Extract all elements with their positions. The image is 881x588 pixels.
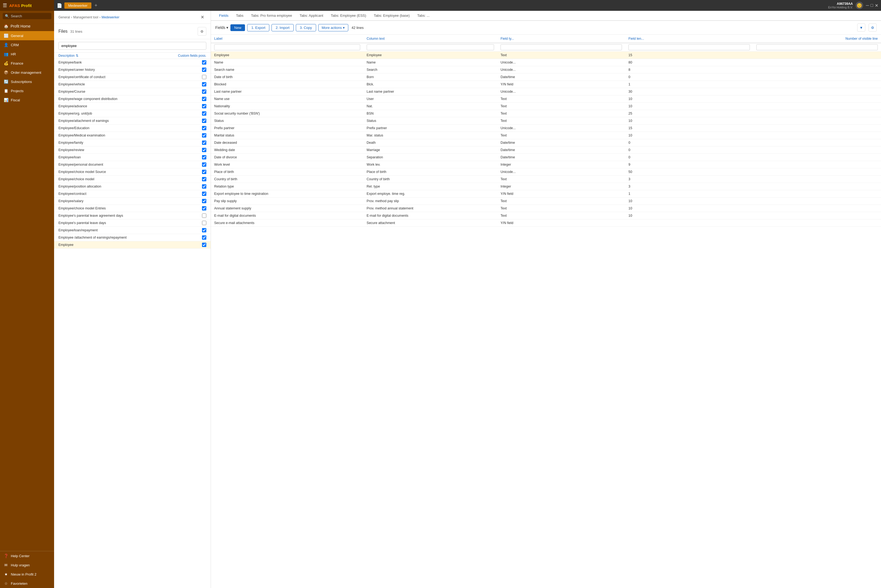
list-item[interactable]: Employee/loan/repayment <box>54 227 210 234</box>
field-length-header[interactable]: Field len... <box>625 34 753 43</box>
list-item[interactable]: Employee/loan <box>54 154 210 161</box>
table-row[interactable]: Search nameSearchUnicode...8 <box>211 66 881 74</box>
list-item[interactable]: Employee/personal document <box>54 161 210 168</box>
tab-employee-ess[interactable]: Tabs: Employee (ESS) <box>327 11 370 21</box>
table-row[interactable]: Date of divorceSeparationDate/time0 <box>211 154 881 161</box>
table-row[interactable]: Date deceasedDeathDate/time0 <box>211 139 881 147</box>
file-checkbox[interactable] <box>202 82 206 87</box>
maximize-button[interactable]: □ <box>870 3 873 8</box>
file-checkbox[interactable] <box>202 228 206 232</box>
table-gear-button[interactable]: ⚙ <box>869 24 876 32</box>
table-row[interactable]: Annual statement supplyProv. method annu… <box>211 205 881 212</box>
list-item[interactable]: Employee/choice model Entries <box>54 205 210 212</box>
tab-tabs[interactable]: Tabs <box>232 11 247 21</box>
table-row[interactable]: BlockedBlck.Y/N field1 <box>211 81 881 88</box>
sidebar-item-fiscal[interactable]: 📊 Fiscal <box>0 95 54 105</box>
file-checkbox[interactable] <box>202 162 206 167</box>
table-row[interactable]: Date of birthBornDate/time0 <box>211 74 881 81</box>
more-actions-button[interactable]: More actions ▾ <box>318 24 348 32</box>
sidebar-item-crm[interactable]: 👤 CRM <box>0 40 54 50</box>
new-tab-button[interactable]: + <box>95 3 98 8</box>
list-item[interactable]: Employee/bank <box>54 59 210 66</box>
file-checkbox[interactable] <box>202 104 206 108</box>
list-item[interactable]: Employee/advance <box>54 103 210 110</box>
sidebar-item-order-management[interactable]: 📦 Order management <box>0 68 54 77</box>
file-checkbox[interactable] <box>202 75 206 79</box>
file-checkbox[interactable] <box>202 243 206 247</box>
tab-employee-base[interactable]: Tabs: Employee (base) <box>370 11 413 21</box>
new-button[interactable]: New <box>230 24 245 31</box>
file-checkbox[interactable] <box>202 111 206 116</box>
table-row[interactable]: Country of birthCountry of birthText3 <box>211 176 881 183</box>
sidebar-item-profit-home[interactable]: 🏠 Profit Home <box>0 21 54 31</box>
table-row[interactable]: Prefix partnerPrefix partnerUnicode...15 <box>211 124 881 132</box>
table-row[interactable]: Social security number ('BSN')BSNText25 <box>211 110 881 117</box>
tab-fields[interactable]: Fields <box>215 11 232 21</box>
minimize-button[interactable]: ─ <box>866 3 869 8</box>
file-checkbox[interactable] <box>202 155 206 159</box>
list-item[interactable]: Employee/contract <box>54 190 210 198</box>
table-row[interactable]: NameNameUnicode...80 <box>211 59 881 66</box>
list-item[interactable]: Employee /attachment of earnings/repayme… <box>54 234 210 241</box>
table-row[interactable]: Work levelWork lev.Integer9 <box>211 161 881 168</box>
export-button[interactable]: 1. Export <box>247 24 269 32</box>
list-item[interactable]: Employee/Medical examination <box>54 132 210 139</box>
list-item[interactable]: Employee/choice model <box>54 176 210 183</box>
visible-lines-header[interactable]: Number of visible line <box>753 34 881 43</box>
table-row[interactable]: StatusStatusText10 <box>211 117 881 124</box>
file-checkbox[interactable] <box>202 133 206 138</box>
list-item[interactable]: Employee/attachment of earnings <box>54 117 210 124</box>
hamburger-icon[interactable]: ☰ <box>3 2 7 8</box>
sidebar-item-hr[interactable]: 👥 HR <box>0 50 54 58</box>
topbar-tab-medewerker[interactable]: Medewerker <box>65 2 92 9</box>
field-type-header[interactable]: Field ty... <box>497 34 625 43</box>
field-type-filter-input[interactable] <box>501 44 622 50</box>
description-column-header[interactable]: Description ⇅ <box>59 54 176 57</box>
sidebar-item-help-center[interactable]: ❓ Help Center <box>0 551 54 560</box>
search-input[interactable] <box>11 14 56 18</box>
table-row[interactable]: Relation typeRel. typeInteger3 <box>211 183 881 190</box>
table-row[interactable]: Secure e-mail attachmentsSecure attachme… <box>211 219 881 227</box>
table-row[interactable]: Export employee to time registrationExpo… <box>211 190 881 198</box>
custom-fields-column-header[interactable]: Custom fields poss. <box>178 54 206 57</box>
table-row[interactable]: E-mail for digital documentsE-mail for d… <box>211 212 881 219</box>
list-item[interactable]: Employee's parental leave agreement days <box>54 212 210 219</box>
file-checkbox[interactable] <box>202 236 206 240</box>
file-checkbox[interactable] <box>202 213 206 218</box>
file-checkbox[interactable] <box>202 177 206 182</box>
list-item[interactable]: Employee/certificate of conduct <box>54 74 210 81</box>
list-item[interactable]: Employee/vehicle <box>54 81 210 88</box>
label-filter-input[interactable] <box>214 44 360 50</box>
file-checkbox[interactable] <box>202 199 206 203</box>
file-checkbox[interactable] <box>202 148 206 152</box>
list-item[interactable]: Employee/family <box>54 139 210 147</box>
list-item[interactable]: Employee/career history <box>54 66 210 74</box>
sidebar-item-subscriptions[interactable]: 🔄 Subscriptions <box>0 77 54 86</box>
file-checkbox[interactable] <box>202 184 206 189</box>
file-checkbox[interactable] <box>202 206 206 210</box>
file-checkbox[interactable] <box>202 68 206 72</box>
tab-applicant[interactable]: Tabs: Applicant <box>296 11 327 21</box>
table-row[interactable]: Place of birthPlace of birthUnicode...50 <box>211 168 881 176</box>
file-checkbox[interactable] <box>202 170 206 174</box>
column-text-header[interactable]: Column text <box>364 34 497 43</box>
copy-button[interactable]: 3. Copy <box>296 24 316 32</box>
sidebar-item-hulp-vragen[interactable]: ✉ Hulp vragen <box>0 560 54 570</box>
tab-more[interactable]: Tabs: ... <box>413 11 433 21</box>
table-row[interactable]: EmployeeEmployeeText15 <box>211 52 881 59</box>
list-item[interactable]: Employee/choice model Source <box>54 168 210 176</box>
sidebar-item-favorieten[interactable]: ☆ Favorieten <box>0 579 54 588</box>
filter-button[interactable]: ▼ <box>857 24 865 32</box>
column-text-filter-input[interactable] <box>367 44 494 50</box>
file-search-input[interactable] <box>59 42 206 50</box>
sidebar-item-finance[interactable]: 💰 Finance <box>0 58 54 68</box>
sidebar-item-general[interactable]: ⬜ General <box>0 31 54 40</box>
sidebar-item-projects[interactable]: 📋 Projects <box>0 86 54 95</box>
label-column-header[interactable]: Label <box>211 34 364 43</box>
table-row[interactable]: Marital statusMar. statusText10 <box>211 132 881 139</box>
list-item[interactable]: Employee/review <box>54 147 210 154</box>
table-row[interactable]: Wedding dateMarriageDate/time0 <box>211 147 881 154</box>
table-row[interactable]: NationalityNat.Text10 <box>211 103 881 110</box>
file-checkbox[interactable] <box>202 60 206 64</box>
file-checkbox[interactable] <box>202 97 206 101</box>
